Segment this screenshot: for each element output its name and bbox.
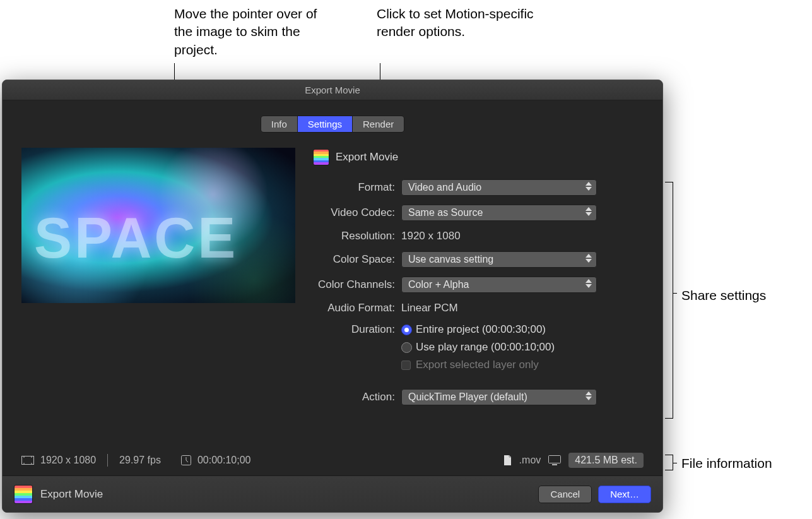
svg-marker-1: [585, 187, 592, 191]
row-color-space: Color Space: Use canvas setting: [313, 251, 644, 268]
row-color-channels: Color Channels: Color + Alpha: [313, 277, 644, 293]
svg-marker-5: [585, 259, 592, 263]
status-dimensions: 1920 x 1080: [40, 455, 96, 466]
tab-settings[interactable]: Settings: [298, 116, 353, 132]
status-bar: 1920 x 1080 29.97 fps 00:00:10;00 .mov 4…: [21, 446, 644, 475]
select-color-space-value: Use canvas setting: [408, 254, 493, 265]
file-icon: [503, 455, 512, 465]
annotation-render: Click to set Motion-specific render opti…: [377, 5, 541, 41]
select-format-value: Video and Audio: [408, 182, 481, 193]
footer-left: Export Movie: [14, 485, 103, 504]
label-action: Action:: [313, 391, 401, 403]
checkbox-icon: [401, 361, 411, 370]
select-color-space[interactable]: Use canvas setting: [401, 251, 597, 268]
label-color-channels: Color Channels:: [313, 278, 401, 291]
radio-use-play-range-label: Use play range (00:00:10;00): [416, 341, 555, 354]
annotation-share-settings: Share settings: [681, 287, 766, 304]
preview-thumbnail[interactable]: SPACE: [21, 148, 295, 303]
annotation-file-information: File information: [681, 455, 772, 472]
tab-render[interactable]: Render: [353, 116, 404, 132]
chevron-updown-icon: [585, 207, 592, 216]
select-video-codec-value: Same as Source: [408, 207, 483, 218]
preview-text: SPACE: [34, 206, 238, 271]
settings-header: Export Movie: [313, 149, 644, 165]
export-movie-icon: [14, 485, 33, 504]
window-titlebar: Export Movie: [3, 80, 662, 100]
chevron-updown-icon: [585, 254, 592, 263]
settings-column: Export Movie Format: Video and Audio Vid…: [313, 148, 644, 414]
tabs: Info Settings Render: [21, 116, 644, 133]
svg-marker-4: [585, 254, 592, 258]
tab-info[interactable]: Info: [261, 116, 298, 132]
separator: [107, 454, 108, 467]
label-color-space: Color Space:: [313, 253, 401, 266]
chevron-updown-icon: [585, 279, 592, 288]
svg-line-17: [186, 460, 188, 462]
checkbox-export-selected-layer: Export selected layer only: [401, 359, 555, 371]
value-audio-format: Linear PCM: [401, 302, 458, 314]
row-duration: Duration: Entire project (00:00:30;00) U…: [313, 323, 644, 380]
row-action: Action: QuickTime Player (default): [313, 389, 644, 405]
svg-rect-10: [22, 456, 34, 465]
radio-use-play-range[interactable]: Use play range (00:00:10;00): [401, 341, 555, 354]
svg-marker-0: [585, 182, 592, 186]
cancel-button[interactable]: Cancel: [538, 486, 592, 503]
label-audio-format: Audio Format:: [313, 302, 401, 314]
chevron-updown-icon: [585, 182, 592, 191]
radio-icon: [401, 342, 412, 353]
select-action-value: QuickTime Player (default): [408, 391, 527, 403]
row-audio-format: Audio Format: Linear PCM: [313, 302, 644, 314]
row-video-codec: Video Codec: Same as Source: [313, 205, 644, 221]
window-content: Info Settings Render SPACE Export Movie …: [3, 100, 662, 475]
radio-icon-checked: [401, 325, 412, 335]
label-duration: Duration:: [313, 323, 401, 336]
annotation-preview: Move the pointer over of the image to sk…: [174, 5, 338, 59]
export-movie-window: Export Movie Info Settings Render SPACE …: [2, 80, 663, 513]
svg-marker-9: [585, 397, 592, 400]
footer-right: Cancel Next…: [538, 486, 651, 503]
next-button[interactable]: Next…: [598, 486, 651, 503]
status-file-ext: .mov: [519, 455, 541, 466]
settings-title: Export Movie: [336, 151, 398, 164]
footer-title: Export Movie: [40, 488, 103, 501]
select-color-channels-value: Color + Alpha: [408, 279, 469, 290]
svg-marker-6: [585, 279, 592, 283]
select-color-channels[interactable]: Color + Alpha: [401, 277, 597, 293]
display-icon: [548, 455, 561, 465]
label-format: Format:: [313, 181, 401, 194]
window-footer: Export Movie Cancel Next…: [3, 475, 662, 512]
export-movie-icon: [313, 149, 329, 165]
svg-marker-3: [585, 212, 592, 216]
tab-segmented-control: Info Settings Render: [261, 116, 404, 133]
svg-marker-2: [585, 207, 592, 211]
callout-bracket-file: [665, 455, 673, 470]
status-fps: 29.97 fps: [119, 455, 161, 466]
radio-entire-project[interactable]: Entire project (00:00:30;00): [401, 323, 555, 336]
select-action[interactable]: QuickTime Player (default): [401, 389, 597, 405]
radio-entire-project-label: Entire project (00:00:30;00): [416, 323, 546, 336]
status-file-size: 421.5 MB est.: [568, 453, 644, 468]
select-video-codec[interactable]: Same as Source: [401, 205, 597, 221]
status-duration: 00:00:10;00: [197, 455, 251, 466]
svg-marker-8: [585, 391, 592, 395]
duration-options: Entire project (00:00:30;00) Use play ra…: [401, 323, 555, 380]
status-right: .mov 421.5 MB est.: [503, 453, 644, 468]
row-resolution: Resolution: 1920 x 1080: [313, 230, 644, 242]
select-format[interactable]: Video and Audio: [401, 179, 597, 196]
main-area: SPACE Export Movie Format: Video and Aud…: [21, 148, 644, 414]
label-video-codec: Video Codec:: [313, 206, 401, 219]
svg-rect-18: [549, 456, 561, 463]
checkbox-export-selected-layer-label: Export selected layer only: [416, 359, 539, 371]
value-resolution: 1920 x 1080: [401, 230, 461, 242]
svg-marker-7: [585, 284, 592, 288]
chevron-updown-icon: [585, 391, 592, 400]
status-left: 1920 x 1080 29.97 fps 00:00:10;00: [21, 454, 250, 467]
label-resolution: Resolution:: [313, 230, 401, 242]
row-format: Format: Video and Audio: [313, 179, 644, 196]
callout-bracket-share: [665, 182, 673, 419]
frame-size-icon: [21, 456, 34, 465]
duration-icon: [181, 455, 191, 465]
